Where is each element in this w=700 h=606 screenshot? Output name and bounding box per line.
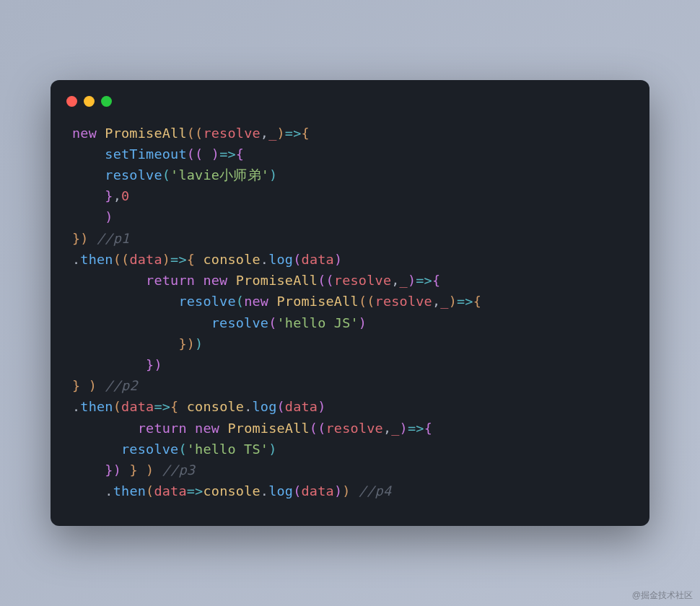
close-icon[interactable] <box>66 96 77 107</box>
code-line: }) } ) //p3 <box>72 462 195 478</box>
code-line: setTimeout(( )=>{ <box>72 146 244 162</box>
code-line: })) <box>72 336 203 351</box>
minimize-icon[interactable] <box>84 96 95 107</box>
code-line: .then((data)=>{ console.log(data) <box>72 252 342 267</box>
code-line: ) <box>72 209 113 224</box>
code-line: return new PromiseAll((resolve,_)=>{ <box>72 273 440 288</box>
code-window: new PromiseAll((resolve,_)=>{ setTimeout… <box>51 80 649 527</box>
code-line: resolve('lavie小师弟') <box>72 167 277 183</box>
code-line: resolve('hello JS') <box>72 315 367 330</box>
titlebar <box>51 96 649 123</box>
code-line: return new PromiseAll((resolve,_)=>{ <box>72 421 432 436</box>
code-line: new PromiseAll((resolve,_)=>{ <box>72 126 310 141</box>
code-line: resolve('hello TS') <box>72 442 276 457</box>
zoom-icon[interactable] <box>101 96 112 107</box>
code-line: resolve(new PromiseAll((resolve,_)=>{ <box>72 294 481 309</box>
code-line: }) //p1 <box>72 231 129 246</box>
code-line: .then(data=>{ console.log(data) <box>72 399 326 414</box>
code-block: new PromiseAll((resolve,_)=>{ setTimeout… <box>51 123 649 502</box>
code-line: } ) //p2 <box>72 378 138 393</box>
code-line: },0 <box>72 188 129 203</box>
code-line: }) <box>72 357 162 372</box>
watermark: @掘金技术社区 <box>632 589 693 602</box>
code-line: .then(data=>console.log(data)) //p4 <box>72 483 391 499</box>
